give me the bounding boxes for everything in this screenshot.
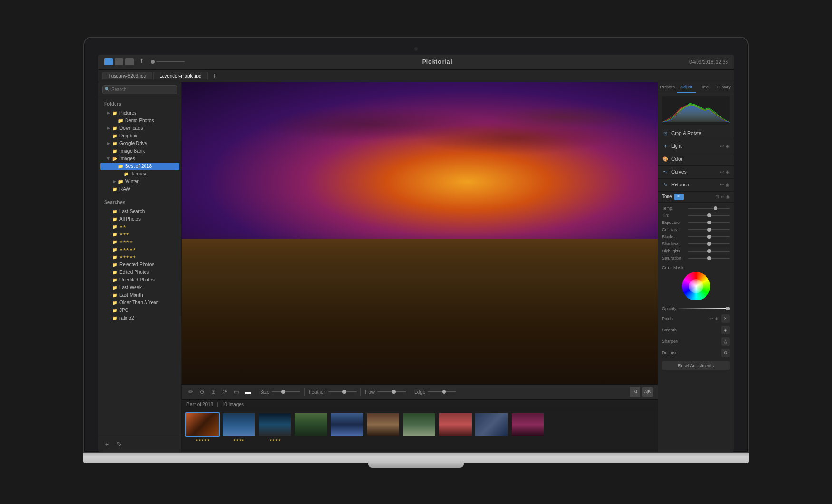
add-folder-button[interactable]: + [102, 439, 112, 449]
patch-btn[interactable]: ✂ [721, 314, 730, 323]
folder-dropbox[interactable]: ▶ 📁 Dropbox [100, 132, 179, 140]
edit-button[interactable]: ✎ [115, 439, 124, 449]
search-label: ★★★ [119, 232, 129, 236]
search-5stars[interactable]: ▶ 📁 ★★★★★ [100, 246, 179, 253]
adj-exposure-slider[interactable] [688, 222, 730, 223]
adj-saturation-slider[interactable] [688, 258, 730, 259]
search-5stars-2[interactable]: ▶ 📁 ★★★★★ [100, 253, 179, 261]
tab-info[interactable]: Info [696, 82, 715, 93]
thumb-10[interactable] [511, 412, 545, 449]
thumb-8[interactable] [438, 412, 473, 449]
tab-history[interactable]: History [715, 82, 734, 93]
thumb-5[interactable] [330, 412, 364, 449]
search-jpg[interactable]: ▶ 📁 JPG [100, 307, 179, 314]
folder-gdrive[interactable]: ▶ 📁 Google Drive [100, 140, 179, 147]
view-btn-1[interactable] [104, 58, 113, 65]
adj-blacks-slider[interactable] [688, 236, 730, 237]
search-rating2[interactable]: ▶ 📁 rating2 [100, 314, 179, 322]
patch-reset[interactable]: ↩ [709, 316, 713, 321]
thumb-3[interactable]: ★★★★ [258, 412, 292, 449]
thumb-1[interactable]: ★★★★★ [185, 412, 220, 449]
folder-best-2018[interactable]: ▶ 📁 Best of 2018 [100, 163, 179, 170]
adj-shadows-slider[interactable] [688, 243, 730, 244]
size-slider[interactable] [272, 391, 300, 392]
tab-adjust[interactable]: Adjust [677, 82, 696, 93]
adj-contrast-slider[interactable] [688, 229, 730, 230]
folder-tamara[interactable]: ▶ 📁 Tamara [100, 170, 179, 178]
adj-temp-slider[interactable] [688, 208, 730, 209]
thumb-7[interactable] [402, 412, 436, 449]
folder-pictures[interactable]: ▶ 📁 Pictures [100, 109, 179, 117]
light-reset[interactable]: ↩ [720, 144, 724, 149]
search-last-month[interactable]: ▶ 📁 Last Month [100, 291, 179, 299]
adjustments-area: Temp. Tint [658, 203, 734, 263]
flow-slider[interactable] [377, 391, 406, 392]
view-tool[interactable]: ▬ [243, 388, 252, 396]
folder-image-bank[interactable]: ▶ 📁 Image Bank [100, 147, 179, 155]
search-all-photos[interactable]: ▶ 📁 All Photos [100, 215, 179, 223]
color-header[interactable]: 🎨 Color [662, 156, 730, 163]
adj-highlights-slider[interactable] [688, 251, 730, 252]
curves-header[interactable]: 〜 Curves ↩ ◉ [662, 169, 730, 175]
lasso-tool[interactable]: ⊙ [198, 388, 206, 396]
retouch-header[interactable]: ✎ Retouch ↩ ◉ [662, 182, 730, 188]
search-last-week[interactable]: ▶ 📁 Last Week [100, 284, 179, 291]
light-toggle[interactable]: ◉ [726, 144, 730, 149]
share-icon[interactable]: ⬆ [139, 58, 146, 66]
patch-toggle[interactable]: ◉ [715, 316, 718, 321]
folder-demo-photos[interactable]: ▶ 📁 Demo Photos [100, 117, 179, 125]
retouch-reset[interactable]: ↩ [720, 182, 724, 187]
opacity-slider[interactable] [678, 308, 730, 309]
search-edited[interactable]: ▶ 📁 Edited Photos [100, 269, 179, 276]
search-4stars[interactable]: ▶ 📁 ★★★★ [100, 238, 179, 246]
tab-tuscany[interactable]: Tuscany-8203.jpg [102, 72, 152, 79]
light-header[interactable]: ☀ Light ↩ ◉ [662, 143, 730, 150]
tab-presets[interactable]: Presets [658, 82, 677, 93]
tone-icon-3[interactable]: ◉ [726, 194, 730, 199]
grid-tool[interactable]: ⊞ [209, 388, 218, 396]
folder-downloads[interactable]: ▶ 📁 Downloads [100, 125, 179, 132]
smooth-btn[interactable]: ◈ [721, 326, 730, 334]
search-unedited[interactable]: ▶ 📁 Unedited Photos [100, 276, 179, 284]
brush-tool[interactable]: ✏ [186, 388, 195, 396]
adj-shadows-label: Shadows [662, 242, 687, 246]
crop-rotate-header[interactable]: ⊡ Crop & Rotate [662, 130, 730, 137]
ab-btn[interactable]: A|B [642, 387, 653, 397]
reset-adjustments-button[interactable]: Reset Adjustments [662, 361, 730, 370]
curves-reset[interactable]: ↩ [720, 169, 724, 174]
tab-add-button[interactable]: + [211, 71, 219, 80]
zoom-slider[interactable] [151, 60, 185, 64]
photo-overlay [182, 233, 658, 384]
search-3stars[interactable]: ▶ 📁 ★★★ [100, 231, 179, 238]
adj-tint-slider[interactable] [688, 215, 730, 216]
denoise-btn[interactable]: ⊘ [721, 349, 730, 357]
rect-tool[interactable]: ▭ [232, 388, 241, 396]
view-btn-3[interactable] [125, 58, 134, 65]
thumb-6[interactable] [366, 412, 400, 449]
tab-lavender[interactable]: Lavender-maple.jpg [153, 72, 207, 79]
edge-slider[interactable] [428, 391, 456, 392]
mask-btn[interactable]: M [630, 387, 640, 397]
thumb-2[interactable]: ★★★★ [222, 412, 256, 449]
tone-icon-1[interactable]: ⊞ [716, 194, 719, 199]
search-2stars[interactable]: ▶ 📁 ★★ [100, 223, 179, 231]
tone-icon-2[interactable]: ↩ [721, 194, 725, 199]
clone-tool[interactable]: ⟳ [221, 388, 229, 396]
folder-winter[interactable]: ▶ 📁 Winter [100, 178, 179, 185]
tone-tab-active[interactable]: ≡ [674, 194, 684, 200]
retouch-toggle[interactable]: ◉ [726, 182, 730, 187]
thumb-4[interactable] [294, 412, 328, 449]
search-older-year[interactable]: ▶ 📁 Older Than A Year [100, 299, 179, 307]
curves-toggle[interactable]: ◉ [726, 169, 730, 174]
feather-slider[interactable] [328, 391, 357, 392]
search-input[interactable] [102, 85, 177, 94]
folder-raw[interactable]: ▶ 📁 RAW [100, 185, 179, 193]
retouch-icon: ✎ [662, 182, 668, 188]
color-wheel[interactable] [682, 272, 710, 300]
search-rejected[interactable]: ▶ 📁 Rejected Photos [100, 261, 179, 269]
view-btn-2[interactable] [115, 58, 123, 65]
search-last[interactable]: ▶ 📁 Last Search [100, 208, 179, 215]
folder-images[interactable]: ▶ 📂 Images [100, 155, 179, 163]
thumb-9[interactable] [474, 412, 509, 449]
sharpen-btn[interactable]: △ [721, 337, 730, 346]
